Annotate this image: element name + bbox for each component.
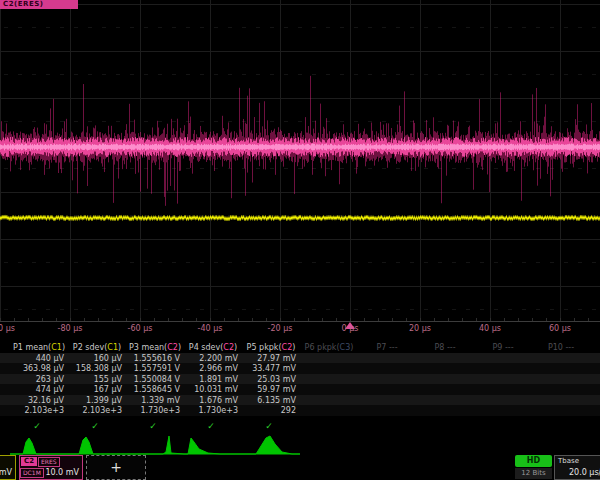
measure-value: 1.555616 V (126, 353, 184, 364)
measure-value: 2.103e+3 (10, 405, 68, 416)
time-axis-label: 0 µs (342, 324, 359, 333)
measure-value: 263 µV (10, 374, 68, 385)
hd-bits-label: 12 Bits (515, 468, 552, 479)
oscilloscope-screen: C2(ERES) -100 µs-80 µs-60 µs-40 µs-20 µs… (0, 0, 600, 480)
measure-source-label: C2 (167, 343, 178, 352)
status-check-icon: ✓ (126, 421, 184, 432)
measure-header-p3[interactable]: P3 mean(C2) (126, 342, 184, 353)
dc1m-badge-c2: DC1M (20, 468, 44, 478)
measure-value: 1.399 µV (68, 395, 126, 406)
time-axis-label: -60 µs (128, 324, 153, 333)
measure-value: 2.966 mV (184, 363, 242, 374)
measure-row: 32.16 µV1.399 µV1.339 mV1.676 mV6.135 mV (0, 395, 600, 406)
vertical-scale-c1: 10.0 mV (0, 468, 12, 477)
measure-row: 474 µV167 µV1.558645 V10.031 mV59.97 mV (0, 384, 600, 395)
measure-value: 292 (242, 405, 300, 416)
channel-descriptor-c1[interactable]: C1DC1M 10.0 mV (0, 455, 16, 480)
measure-header-p8[interactable]: P8 --- (416, 342, 474, 353)
measure-value: 1.730e+3 (184, 405, 242, 416)
measure-source-label: C2 (223, 343, 234, 352)
measure-header-p4[interactable]: P4 sdev(C2) (184, 342, 242, 353)
time-axis-label: 20 µs (409, 324, 431, 333)
histicon-p3[interactable] (126, 433, 184, 457)
measure-header-p9[interactable]: P9 --- (474, 342, 532, 353)
measure-header-p5[interactable]: P5 pkpk(C2) (242, 342, 300, 353)
time-axis-label: -100 µs (0, 324, 15, 333)
histicon-p2[interactable] (68, 433, 126, 457)
time-axis-label: 40 µs (479, 324, 501, 333)
measure-header-p6[interactable]: P6 pkpk(C3) (300, 342, 358, 353)
measure-value: 1.730e+3 (126, 405, 184, 416)
measure-status-row: ✓✓✓✓✓ (0, 421, 600, 432)
measure-value: 33.477 mV (242, 363, 300, 374)
time-axis-label: -40 µs (198, 324, 223, 333)
measure-value: 158.308 µV (68, 363, 126, 374)
time-axis-label: -80 µs (58, 324, 83, 333)
time-axis-label: -20 µs (268, 324, 293, 333)
measure-value: 2.200 mV (184, 353, 242, 364)
measure-value: 59.97 mV (242, 384, 300, 395)
measure-source-label: C1 (51, 343, 62, 352)
measure-value: 167 µV (68, 384, 126, 395)
measure-value: 6.135 mV (242, 395, 300, 406)
status-check-icon: ✓ (242, 421, 300, 432)
measure-value: 1.557591 V (126, 363, 184, 374)
waveform-display[interactable] (0, 0, 600, 322)
measure-value: 1.891 mV (184, 374, 242, 385)
channel-descriptor-c2[interactable]: C2ERESDC1M 10.0 mV (19, 455, 83, 480)
measure-row: 363.98 µV158.308 µV1.557591 V2.966 mV33.… (0, 363, 600, 374)
timebase-descriptor[interactable]: Tbase 20.0 µs/div (554, 455, 600, 480)
measure-source-label: C3 (340, 343, 351, 352)
time-axis-label: 60 µs (549, 324, 571, 333)
histicon-p1[interactable] (10, 433, 68, 457)
measure-row: 440 µV160 µV1.555616 V2.200 mV27.97 mV (0, 353, 600, 364)
channel-name-c2: C2 (21, 457, 37, 466)
measure-value: 363.98 µV (10, 363, 68, 374)
add-new-trace-button[interactable]: + (86, 455, 146, 480)
status-check-icon: ✓ (68, 421, 126, 432)
status-check-icon: ✓ (10, 421, 68, 432)
status-check-icon: ✓ (184, 421, 242, 432)
measure-header-p2[interactable]: P2 sdev(C1) (68, 342, 126, 353)
timebase-scale: 20.0 µs/div (569, 468, 600, 477)
histicon-p4[interactable] (184, 433, 242, 457)
measure-row: 2.103e+32.103e+31.730e+31.730e+3292 (0, 405, 600, 416)
time-axis: -100 µs-80 µs-60 µs-40 µs-20 µs0 µs20 µs… (0, 322, 600, 336)
histicon-p5[interactable] (242, 433, 300, 457)
measure-value: 2.103e+3 (68, 405, 126, 416)
measure-value: 155 µV (68, 374, 126, 385)
measure-header-p10[interactable]: P10 --- (532, 342, 590, 353)
measure-source-label: C2 (282, 343, 293, 352)
measure-value: 160 µV (68, 353, 126, 364)
eres-badge-c2: ERES (38, 457, 60, 467)
measure-value: 1.550084 V (126, 374, 184, 385)
measure-value: 1.339 mV (126, 395, 184, 406)
measure-header-row: P1 mean(C1)P2 sdev(C1)P3 mean(C2)P4 sdev… (0, 342, 600, 353)
hd-mode-badge: HD (515, 455, 552, 467)
measure-value: 32.16 µV (10, 395, 68, 406)
measure-header-p11[interactable]: P11 --- (590, 342, 600, 353)
measure-value: 27.97 mV (242, 353, 300, 364)
measure-value: 440 µV (10, 353, 68, 364)
measure-source-label: C1 (107, 343, 118, 352)
measure-value: 1.676 mV (184, 395, 242, 406)
measure-value: 474 µV (10, 384, 68, 395)
vertical-scale-c2: 10.0 mV (45, 468, 79, 477)
measure-value: 25.03 mV (242, 374, 300, 385)
measure-value: 10.031 mV (184, 384, 242, 395)
timebase-title: Tbase (558, 457, 579, 465)
trace-label-tab-c2[interactable]: C2(ERES) (0, 0, 78, 9)
measure-row: 263 µV155 µV1.550084 V1.891 mV25.03 mV (0, 374, 600, 385)
measure-value: 1.558645 V (126, 384, 184, 395)
measure-header-p1[interactable]: P1 mean(C1) (10, 342, 68, 353)
measure-header-p7[interactable]: P7 --- (358, 342, 416, 353)
